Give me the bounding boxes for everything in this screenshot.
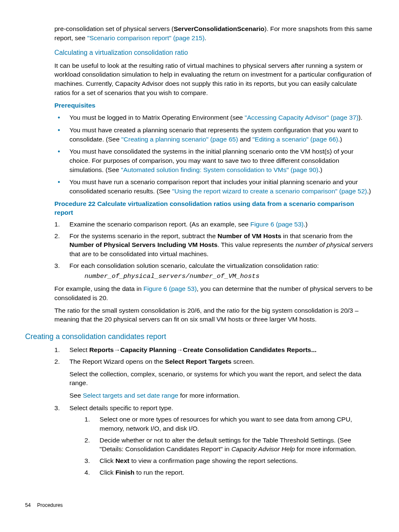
heading-procedure-22: Procedure 22 Calculate virtualization co… — [54, 199, 374, 217]
heading-creating-consolidation-report: Creating a consolidation candidates repo… — [25, 332, 374, 342]
list-item: Select Reports→Capacity Planning→Create … — [54, 345, 374, 355]
link-scenario-comparison-report[interactable]: "Scenario comparison report" (page 215) — [87, 34, 205, 41]
link-automated-solution-finding[interactable]: "Automated solution finding: System cons… — [121, 166, 318, 173]
list-item: You must have consolidated the systems i… — [54, 147, 374, 174]
formula-code: number_of_physical_servers/number_of_VM_… — [84, 272, 374, 281]
list-item: For the systems scenario in the report, … — [54, 231, 374, 259]
link-creating-planning-scenario[interactable]: "Creating a planning scenario" (page 65) — [121, 136, 238, 143]
example-paragraph-1: For example, using the data in Figure 6 … — [54, 284, 374, 302]
link-using-report-wizard[interactable]: "Using the report wizard to create a sce… — [172, 188, 367, 195]
list-item: Examine the scenario comparison report. … — [54, 220, 374, 229]
intro-paragraph: pre-consolidation set of physical server… — [54, 24, 374, 42]
calc-paragraph: It can be useful to look at the resultin… — [54, 61, 374, 98]
substeps-list: Select one or more types of resources fo… — [84, 415, 374, 477]
page-footer: 54 Procedures — [25, 502, 374, 509]
link-accessing-capacity-advisor[interactable]: "Accessing Capacity Advisor" (page 37) — [245, 114, 358, 121]
creating-report-steps: Select Reports→Capacity Planning→Create … — [54, 345, 374, 477]
link-editing-scenario[interactable]: "Editing a scenario" (page 66) — [253, 136, 338, 143]
heading-prerequisites: Prerequisites — [54, 101, 374, 110]
section-name: Procedures — [37, 502, 63, 508]
list-item: Select details specific to report type. … — [54, 403, 374, 477]
page-content: pre-consolidation set of physical server… — [54, 24, 374, 477]
example-paragraph-2: The ratio for the small system consolida… — [54, 306, 374, 324]
link-select-targets[interactable]: Select targets and set date range — [83, 392, 178, 399]
list-item: Click Next to view a confirmation page s… — [84, 456, 374, 465]
step-subparagraph: Select the collection, complex, scenario… — [69, 370, 374, 388]
list-item: For each consolidation solution scenario… — [54, 261, 374, 281]
list-item: Select one or more types of resources fo… — [84, 415, 374, 433]
list-item: Click Finish to run the report. — [84, 468, 374, 477]
link-figure-6[interactable]: Figure 6 (page 53) — [251, 221, 304, 228]
step-subparagraph: See Select targets and set date range fo… — [69, 391, 374, 400]
list-item: You must have created a planning scenari… — [54, 126, 374, 144]
list-item: The Report Wizard opens on the Select Re… — [54, 357, 374, 400]
page-number: 54 — [25, 502, 31, 509]
list-item: You must be logged in to Matrix Operatin… — [54, 113, 374, 122]
prerequisites-list: You must be logged in to Matrix Operatin… — [54, 113, 374, 196]
heading-calculating-ratio: Calculating a virtualization consolidati… — [54, 48, 374, 57]
link-figure-6-b[interactable]: Figure 6 (page 53) — [143, 285, 197, 292]
list-item: You must have run a scenario comparison … — [54, 177, 374, 195]
list-item: Decide whether or not to alter the defau… — [84, 436, 374, 454]
procedure-22-steps: Examine the scenario comparison report. … — [54, 220, 374, 281]
